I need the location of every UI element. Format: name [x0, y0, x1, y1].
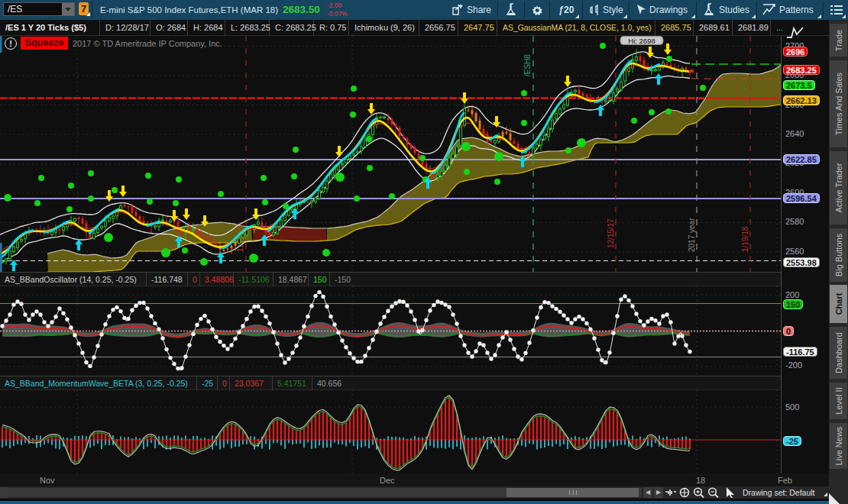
svg-text:/ESH8: /ESH8	[523, 54, 532, 76]
svg-text:1/19/18: 1/19/18	[741, 226, 749, 252]
svg-text:2017 year: 2017 year	[688, 218, 696, 252]
svg-text:12/15/17: 12/15/17	[607, 218, 615, 248]
svg-text:Hi: 2698: Hi: 2698	[628, 37, 655, 45]
